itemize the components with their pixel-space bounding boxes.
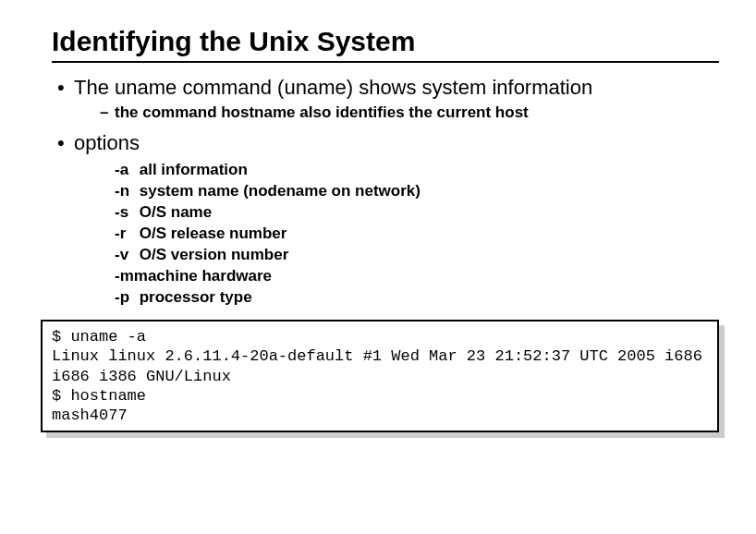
option-r-flag: -r: [115, 225, 135, 243]
option-a-flag: -a: [115, 161, 135, 179]
slide-title: Identifying the Unix System: [52, 26, 719, 57]
terminal-block: $ uname -a Linux linux 2.6.11.4-20a-defa…: [41, 320, 719, 432]
terminal-line-4: mash4077: [52, 407, 128, 424]
terminal-line-1: $ uname -a: [52, 328, 146, 346]
bullet-list: The uname command (uname) shows system i…: [52, 76, 719, 307]
option-a: -a all information: [115, 161, 719, 179]
bullet-options: options -a all information -n system nam…: [57, 131, 719, 307]
options-list: -a all information -n system name (noden…: [74, 161, 719, 307]
option-m-flag: -m: [115, 267, 134, 285]
sub-hostname: the command hostname also identifies the…: [100, 103, 719, 122]
option-s: -s O/S name: [115, 203, 719, 222]
option-r-desc: O/S release number: [140, 225, 287, 242]
option-v: -v O/S version number: [115, 246, 719, 264]
option-m: -mmachine hardware: [115, 267, 719, 285]
option-s-flag: -s: [115, 203, 135, 222]
option-s-desc: O/S name: [140, 203, 212, 221]
option-v-flag: -v: [115, 246, 135, 264]
bullet-options-text: options: [74, 131, 140, 154]
terminal-line-2: Linux linux 2.6.11.4-20a-default #1 Wed …: [52, 347, 712, 384]
option-p-desc: processor type: [140, 288, 252, 306]
bullet-uname-text: The uname command (uname) shows system i…: [74, 76, 592, 99]
option-r: -r O/S release number: [115, 225, 719, 243]
terminal-line-3: $ hostname: [52, 387, 146, 405]
slide: Identifying the Unix System The uname co…: [0, 0, 756, 451]
option-m-desc: machine hardware: [134, 267, 272, 285]
option-n: -n system name (nodename on network): [115, 182, 719, 200]
option-n-desc: system name (nodename on network): [140, 182, 421, 200]
option-n-flag: -n: [115, 182, 135, 200]
sub-list: the command hostname also identifies the…: [74, 103, 719, 122]
title-underline: [52, 61, 719, 63]
option-p-flag: -p: [115, 288, 135, 307]
option-p: -p processor type: [115, 288, 719, 307]
option-a-desc: all information: [140, 161, 248, 178]
option-v-desc: O/S version number: [140, 246, 289, 263]
bullet-uname: The uname command (uname) shows system i…: [57, 76, 719, 122]
terminal-output: $ uname -a Linux linux 2.6.11.4-20a-defa…: [41, 320, 719, 432]
